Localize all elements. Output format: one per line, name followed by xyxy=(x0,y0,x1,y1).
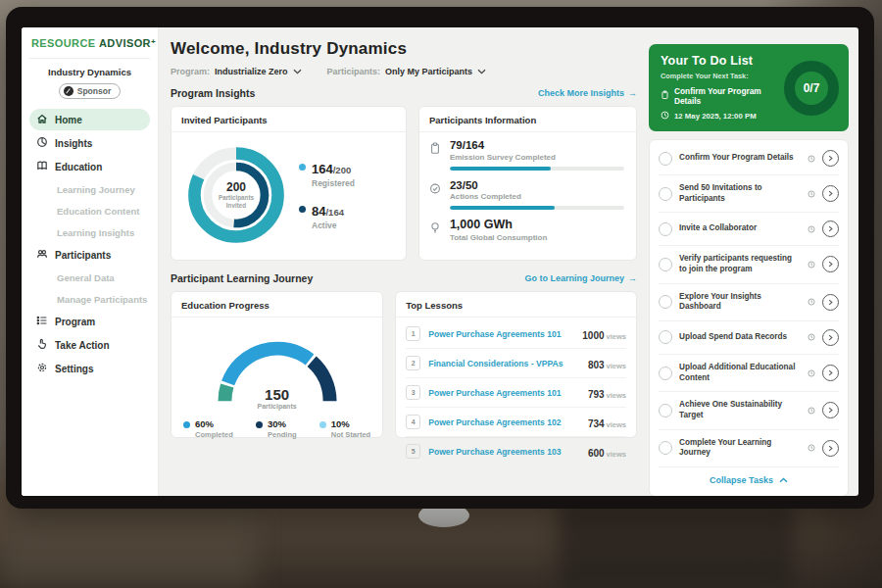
task-open-button[interactable] xyxy=(822,185,839,202)
sidebar-item-learning-journey[interactable]: Learning Journey xyxy=(29,179,150,200)
lesson-link[interactable]: Power Purchase Agreements 103 xyxy=(428,447,580,457)
legend-pending: 30% Pending xyxy=(256,419,297,439)
sidebar-item-insights[interactable]: Insights xyxy=(29,132,150,154)
resource-advisor-logo[interactable]: RESOURCE ADVISOR+ xyxy=(29,37,150,49)
learning-journey-heading: Participant Learning Journey xyxy=(171,272,313,284)
sidebar-item-manage-participants[interactable]: Manage Participants xyxy=(29,289,150,310)
sidebar-item-settings[interactable]: Settings xyxy=(29,358,150,379)
page-title: Welcome, Industry Dynamics xyxy=(171,39,637,59)
go-to-learning-journey-link[interactable]: Go to Learning Journey → xyxy=(524,273,637,283)
lesson-row: 3 Power Purchase Agreements 101 793views xyxy=(406,378,626,408)
task-checkbox[interactable] xyxy=(659,258,672,271)
lesson-link[interactable]: Power Purchase Agreements 101 xyxy=(428,388,580,398)
task-open-button[interactable] xyxy=(822,402,839,418)
task-checkbox[interactable] xyxy=(659,222,672,236)
sidebar-item-home[interactable]: Home xyxy=(29,109,150,130)
legend-active: 84/164 Active xyxy=(299,202,355,230)
task-open-button[interactable] xyxy=(822,329,839,346)
arrow-right-icon: → xyxy=(628,88,637,98)
clock-icon xyxy=(808,333,815,341)
donut-center-label: Participants Invited xyxy=(211,194,262,210)
task-checkbox[interactable] xyxy=(659,441,672,455)
task-checkbox[interactable] xyxy=(659,367,672,380)
legend-completed: 60% Completed xyxy=(183,419,233,439)
backdrop-highlight xyxy=(0,510,255,588)
lesson-row: 1 Power Purchase Agreements 101 1000view… xyxy=(406,319,626,349)
task-open-button[interactable] xyxy=(822,256,839,272)
task-open-button[interactable] xyxy=(822,150,839,167)
photo-backdrop: RESOURCE ADVISOR+ Industry Dynamics Spon… xyxy=(0,0,882,588)
stat-actions-completed: 23/50 Actions Completed xyxy=(429,179,624,211)
task-row: Complete Your Learning Journey xyxy=(659,430,839,467)
sidebar-item-learning-insights[interactable]: Learning Insights xyxy=(29,222,150,243)
clock-icon xyxy=(808,298,815,306)
sidebar-item-education[interactable]: Education xyxy=(29,156,150,177)
check-more-insights-link[interactable]: Check More Insights → xyxy=(538,88,637,98)
sidebar-item-take-action[interactable]: Take Action xyxy=(29,334,150,356)
task-row: Invite a Collaborator xyxy=(659,213,839,246)
clipboard-icon xyxy=(661,90,669,102)
legend-dot xyxy=(319,421,326,428)
task-checkbox[interactable] xyxy=(659,404,672,417)
sidebar-item-participants[interactable]: Participants xyxy=(29,244,150,266)
main-content: Welcome, Industry Dynamics Program: Indu… xyxy=(159,27,647,496)
education-gauge-chart: 150 Participants xyxy=(204,327,351,410)
task-row: Verify participants requesting to join t… xyxy=(659,246,839,283)
donut-legend: 164/200 Registered 84/164 Active xyxy=(299,160,355,230)
sidebar-item-general-data[interactable]: General Data xyxy=(29,268,150,288)
todo-panel: Your To Do List Complete Your Next Task:… xyxy=(647,27,858,496)
task-open-button[interactable] xyxy=(822,220,839,237)
task-row: Achieve One Sustainability Target xyxy=(659,392,839,429)
participants-select[interactable]: Participants: Only My Participants xyxy=(327,67,487,76)
lesson-row: 4 Power Purchase Agreements 102 734views xyxy=(406,408,626,437)
sidebar-item-education-content[interactable]: Education Content xyxy=(29,201,150,221)
lesson-link[interactable]: Power Purchase Agreements 102 xyxy=(428,417,580,427)
task-checkbox[interactable] xyxy=(659,187,672,201)
participants-information-card: Participants Information 79/164 Emission… xyxy=(418,106,637,261)
gauge-center-label: Participants xyxy=(204,403,351,410)
legend-dot xyxy=(299,164,306,171)
todo-next-task: Confirm Your Program Details xyxy=(674,86,778,106)
sponsor-icon xyxy=(64,86,74,96)
hand-action-icon xyxy=(36,338,48,352)
legend-dot xyxy=(256,421,263,428)
clock-icon xyxy=(808,225,815,233)
lesson-row: 2 Financial Considerations - VPPAs 803vi… xyxy=(406,349,626,378)
card-title: Education Progress xyxy=(172,292,382,318)
task-checkbox[interactable] xyxy=(659,152,672,166)
progress-bar xyxy=(450,206,624,210)
people-icon xyxy=(36,248,48,262)
top-lessons-list: 1 Power Purchase Agreements 101 1000view… xyxy=(396,318,636,466)
task-checkbox[interactable] xyxy=(659,295,672,309)
todo-progress-ring: 0/7 xyxy=(784,61,839,116)
task-checkbox[interactable] xyxy=(659,330,672,344)
insights-icon xyxy=(36,136,48,150)
collapse-tasks-link[interactable]: Collapse Tasks xyxy=(659,467,839,494)
task-open-button[interactable] xyxy=(822,294,839,311)
legend-dot xyxy=(183,421,190,428)
sidebar-item-program[interactable]: Program xyxy=(29,311,150,332)
card-title: Participants Information xyxy=(419,107,636,132)
task-open-button[interactable] xyxy=(822,440,839,457)
clock-icon xyxy=(661,111,669,122)
clock-icon xyxy=(808,444,815,452)
task-row: Send 50 Invitations to Participants xyxy=(659,175,839,213)
dashboard-screen: RESOURCE ADVISOR+ Industry Dynamics Spon… xyxy=(22,27,858,496)
clock-icon xyxy=(808,369,815,377)
monitor-bezel: RESOURCE ADVISOR+ Industry Dynamics Spon… xyxy=(6,7,874,509)
todo-due-date: 12 May 2025, 12:00 PM xyxy=(674,112,757,121)
sponsor-badge[interactable]: Sponsor xyxy=(59,83,121,99)
arrow-right-icon: → xyxy=(628,273,637,283)
legend-registered: 164/200 Registered xyxy=(299,160,355,188)
lesson-link[interactable]: Financial Considerations - VPPAs xyxy=(428,359,580,368)
top-lessons-card: Top Lessons 1 Power Purchase Agreements … xyxy=(395,291,637,438)
task-row: Confirm Your Program Details xyxy=(659,142,839,175)
divider xyxy=(29,58,150,59)
lesson-link[interactable]: Power Purchase Agreements 101 xyxy=(428,329,574,339)
chevron-up-icon xyxy=(779,475,788,485)
program-select[interactable]: Program: Industrialize Zero xyxy=(171,67,302,76)
survey-icon xyxy=(429,139,442,171)
task-open-button[interactable] xyxy=(822,365,839,381)
program-insights-heading: Program Insights xyxy=(171,87,255,99)
card-title: Invited Participants xyxy=(172,107,406,132)
